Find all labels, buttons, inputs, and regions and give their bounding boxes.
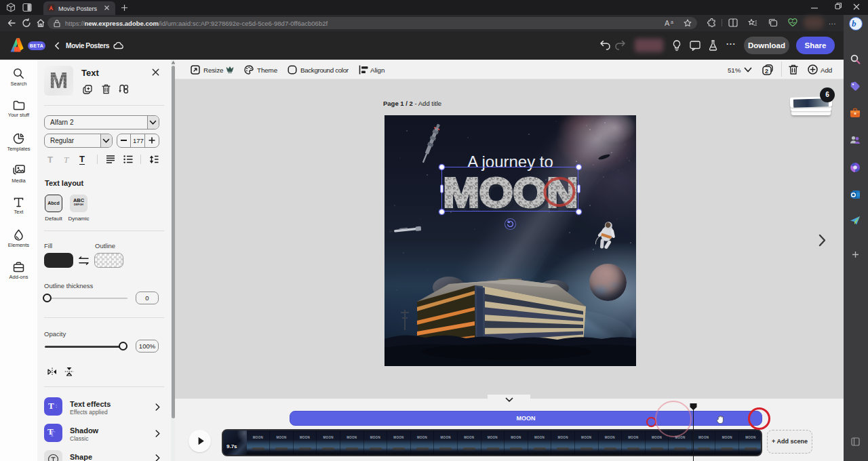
svg-text:2: 2 <box>765 68 768 75</box>
svg-text:A: A <box>665 19 670 27</box>
svg-text:a: a <box>671 20 673 24</box>
